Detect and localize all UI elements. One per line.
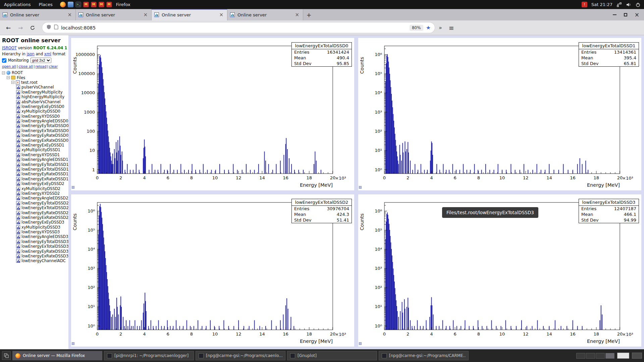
close-window-button[interactable]: ×	[635, 11, 639, 18]
forward-button[interactable]: →	[15, 23, 25, 33]
url-text[interactable]: localhost:8085	[61, 25, 407, 31]
terminal-icon[interactable]: >_	[75, 2, 81, 7]
collapse-icon[interactable]: −	[7, 76, 10, 79]
taskbar-window-button[interactable]: [Gnuplot]	[287, 351, 377, 360]
tree-item-root[interactable]: − ROOT	[2, 70, 67, 75]
tree-item-lowEnergyExEyDSSD3[interactable]: lowEnergyExEyDSSD3	[2, 220, 67, 225]
tree-item-xyMultiplicityDSSD3[interactable]: xyMultiplicityDSSD3	[2, 225, 67, 230]
tree-item-xyMultiplicityDSSD2[interactable]: xyMultiplicityDSSD2	[2, 186, 67, 191]
xml-link[interactable]: xml	[44, 52, 51, 56]
firefox-icon[interactable]	[60, 2, 66, 7]
tree-item-pulserVsChannel[interactable]: pulserVsChannel	[2, 85, 67, 89]
tree-item-lowEnergyExTotalDSSD2[interactable]: lowEnergyExTotalDSSD2	[2, 205, 67, 210]
tree-item-lowEnergyXYDSSD3[interactable]: lowEnergyXYDSSD3	[2, 230, 67, 234]
tree-item-lowEnergyAngleEDSSD2[interactable]: lowEnergyAngleEDSSD2	[2, 196, 67, 200]
tree-item-lowEnergyMultiplicity[interactable]: lowEnergyMultiplicity	[2, 90, 67, 95]
new-tab-button[interactable]: +	[303, 9, 315, 20]
open-all-link[interactable]: open all	[2, 64, 16, 68]
tree-item-lowEnergyAngleEDSSD3[interactable]: lowEnergyAngleEDSSD3	[2, 234, 67, 239]
applications-menu[interactable]: Applications	[0, 2, 35, 7]
tree-item-xyMultiplicityDSSD1[interactable]: xyMultiplicityDSSD1	[2, 147, 67, 152]
app-icon-2[interactable]: M	[91, 2, 97, 7]
tree-item-lowEnergyExRateDSSD2[interactable]: lowEnergyExRateDSSD2	[2, 215, 67, 220]
bookmark-star-icon[interactable]: ★	[426, 24, 431, 31]
taskbar-window-button[interactable]: [npg@carme-gsi:~/Programs/CARME...	[379, 351, 469, 360]
reload-link[interactable]: reload	[36, 64, 47, 68]
tree-item-lowEnergyEyTotalDSSD3[interactable]: lowEnergyEyTotalDSSD3	[2, 239, 67, 244]
plot-lowEnergyExTotalDSSD2[interactable]: 0246810121416182010⁰10¹10²10³10⁴10⁵10⁶Co…	[71, 194, 354, 347]
plot-lowEnergyExTotalDSSD0[interactable]: 0246810121416182011010010001000010000010…	[71, 38, 354, 190]
tab-close-icon[interactable]: ×	[218, 12, 224, 18]
tab-online-server[interactable]: Online server×	[0, 9, 76, 20]
tree-item-lowEnergyExEyDSSD2[interactable]: lowEnergyExEyDSSD2	[2, 181, 67, 186]
resize-handle[interactable]	[72, 186, 74, 189]
plot-lowEnergyExTotalDSSD1[interactable]: 0246810121416182010⁰10¹10²10³10⁴10⁵10⁶Co…	[358, 38, 641, 190]
tree-item-absPulserVsChannel[interactable]: absPulserVsChannel	[2, 99, 67, 104]
app-icon-3[interactable]: M	[99, 2, 104, 7]
tree-item-files[interactable]: − Files	[2, 75, 67, 80]
places-menu[interactable]: Places	[35, 2, 56, 7]
tray-applet[interactable]	[617, 353, 629, 359]
stats-box[interactable]: lowEnergyExTotalDSSD2Entries30976704Mean…	[291, 199, 352, 223]
tree-item-lowEnergyEyRateDSSD3[interactable]: lowEnergyEyRateDSSD3	[2, 249, 67, 253]
app-icon-1[interactable]: M	[83, 2, 89, 7]
tree-item-lowEnergyExEyDSSD0[interactable]: lowEnergyExEyDSSD0	[2, 104, 67, 109]
tree-item-lowEnergyExRateDSSD0[interactable]: lowEnergyExRateDSSD0	[2, 138, 67, 142]
tree-item-lowEnergyExRateDSSD1[interactable]: lowEnergyExRateDSSD1	[2, 177, 67, 181]
tab-online-server[interactable]: Online server×	[76, 9, 152, 20]
tree-item-lowEnergyEyTotalDSSD2[interactable]: lowEnergyEyTotalDSSD2	[2, 201, 67, 205]
minimize-button[interactable]	[613, 14, 616, 15]
tree-item-lowEnergyExRateDSSD3[interactable]: lowEnergyExRateDSSD3	[2, 254, 67, 258]
taskbar-window-button[interactable]: [npg@carme-gsi:~/Programs/caenlo...	[196, 351, 285, 360]
volume-icon[interactable]	[626, 2, 631, 7]
stats-box[interactable]: lowEnergyExTotalDSSD1Entries13414361Mean…	[579, 42, 639, 67]
tree-item-lowEnergyEyTotalDSSD0[interactable]: lowEnergyEyTotalDSSD0	[2, 123, 67, 128]
show-desktop-button[interactable]	[2, 351, 11, 360]
layout-select[interactable]: grid 2x2	[31, 58, 51, 63]
resize-handle[interactable]	[359, 342, 362, 345]
stats-box[interactable]: lowEnergyExTotalDSSD3Entries12407187Mean…	[579, 199, 639, 223]
tree-item-lowEnergyXYDSSD1[interactable]: lowEnergyXYDSSD1	[2, 153, 67, 157]
workspace-2[interactable]	[586, 353, 595, 359]
tree-item-lowEnergyChannelADC[interactable]: lowEnergyChannelADC	[2, 258, 67, 263]
back-button[interactable]: ←	[3, 23, 13, 33]
tree-item-lowEnergyXYDSSD2[interactable]: lowEnergyXYDSSD2	[2, 191, 67, 196]
taskbar-window-button[interactable]: Online server — Mozilla Firefox	[12, 351, 102, 360]
resize-handle[interactable]	[359, 186, 362, 189]
collapse-icon[interactable]: −	[2, 71, 5, 74]
power-icon[interactable]	[635, 2, 641, 7]
tree-item-highEnergyMultiplicity[interactable]: highEnergyMultiplicity	[2, 95, 67, 99]
jsroot-link[interactable]: JSROOT	[2, 46, 17, 50]
monitoring-checkbox[interactable]	[2, 58, 6, 63]
tab-close-icon[interactable]: ×	[294, 12, 300, 18]
collapse-icon[interactable]: −	[11, 81, 14, 84]
shield-icon[interactable]	[46, 24, 51, 31]
close-all-link[interactable]: close all	[18, 64, 33, 68]
tree-item-lowEnergyEyTotalDSSD1[interactable]: lowEnergyEyTotalDSSD1	[2, 162, 67, 167]
network-icon[interactable]	[616, 2, 622, 7]
tree-item-lowEnergyExEyDSSD1[interactable]: lowEnergyExEyDSSD1	[2, 143, 67, 147]
tree-item-test-root[interactable]: − × test.root	[2, 80, 67, 85]
json-link[interactable]: json	[26, 52, 35, 56]
url-bar[interactable]: localhost:8085 80% ★	[42, 22, 435, 33]
maximize-button[interactable]	[624, 13, 627, 16]
tab-close-icon[interactable]: ×	[142, 12, 149, 18]
overflow-menu-icon[interactable]: »	[437, 24, 444, 31]
tab-online-server[interactable]: Online server×	[152, 9, 227, 20]
tree-item-lowEnergyEyRateDSSD2[interactable]: lowEnergyEyRateDSSD2	[2, 210, 67, 215]
tree-item-lowEnergyExTotalDSSD3[interactable]: lowEnergyExTotalDSSD3	[2, 244, 67, 249]
tree-item-xyMultiplicityDSSD0[interactable]: xyMultiplicityDSSD0	[2, 109, 67, 114]
tree-item-lowEnergyXYDSSD0[interactable]: lowEnergyXYDSSD0	[2, 114, 67, 119]
tree-item-lowEnergyExTotalDSSD0[interactable]: lowEnergyExTotalDSSD0	[2, 128, 67, 133]
tree-item-lowEnergyAngleEDSSD0[interactable]: lowEnergyAngleEDSSD0	[2, 119, 67, 123]
stats-box[interactable]: lowEnergyExTotalDSSD0Entries16341424Mean…	[291, 42, 352, 67]
tray-applet-2[interactable]	[632, 353, 642, 359]
tab-close-icon[interactable]: ×	[66, 12, 73, 18]
reload-button[interactable]	[28, 23, 38, 33]
files-app-icon[interactable]	[68, 2, 73, 7]
plot-lowEnergyExTotalDSSD3[interactable]: 0246810121416182010⁰10¹10²10³10⁴10⁵10⁶Co…	[358, 194, 641, 347]
tree-item-lowEnergyEyRateDSSD1[interactable]: lowEnergyEyRateDSSD1	[2, 172, 67, 176]
updates-icon[interactable]: !	[582, 2, 587, 7]
clock[interactable]: Sat 21:27	[591, 2, 612, 7]
taskbar-window-button[interactable]: [pi@nnrpi1: ~/Programs/caenlogger]	[104, 351, 194, 360]
